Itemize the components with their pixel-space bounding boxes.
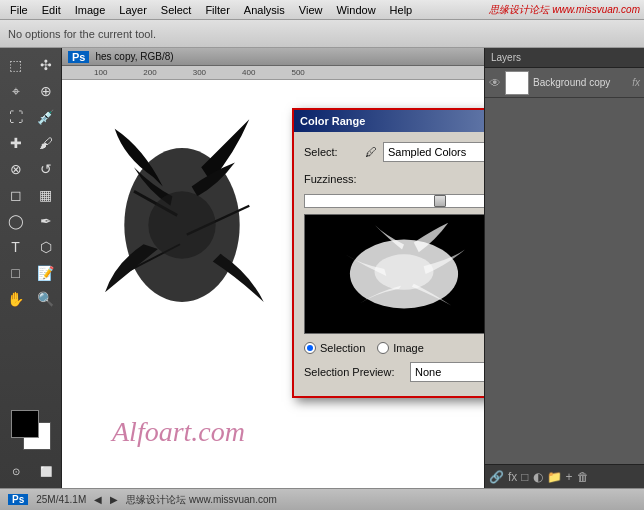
selection-radio-label[interactable]: Selection: [304, 342, 365, 354]
color-range-preview: [304, 214, 484, 334]
select-row: Select: 🖊 Sampled Colors ▼: [304, 142, 484, 162]
tool-marquee[interactable]: ⬚: [3, 53, 29, 77]
tool-lasso[interactable]: ⌖: [3, 79, 29, 103]
select-dropdown[interactable]: Sampled Colors ▼: [383, 142, 484, 162]
tool-eyedropper[interactable]: 💉: [33, 105, 59, 129]
fuzziness-label: Fuzziness:: [304, 173, 359, 185]
canvas-area: Ps hes copy, RGB/8) 100 200 300 400 500: [62, 48, 484, 488]
ink-splash-decoration: [92, 100, 272, 350]
left-tool-panel: ⬚ ✣ ⌖ ⊕ ⛶ 💉 ✚ 🖌 ⊗ ↺ ◻ ▦ ◯ ✒ T ⬡: [0, 48, 62, 488]
status-info: 25M/41.1M: [36, 494, 86, 505]
image-radio[interactable]: [377, 342, 389, 354]
menu-select[interactable]: Select: [155, 3, 198, 17]
tool-text[interactable]: T: [3, 235, 29, 259]
select-value: Sampled Colors: [388, 146, 466, 158]
menu-layer[interactable]: Layer: [113, 3, 153, 17]
svg-point-4: [148, 191, 215, 258]
fuzziness-row: Fuzziness: 100: [304, 170, 484, 188]
selection-preview-value: None: [415, 366, 441, 378]
tool-clone[interactable]: ⊗: [3, 157, 29, 181]
tool-hand[interactable]: ✋: [3, 287, 29, 311]
tool-zoom[interactable]: 🔍: [33, 287, 59, 311]
layers-panel-header: Layers: [485, 48, 644, 68]
menu-file[interactable]: File: [4, 3, 34, 17]
menu-view[interactable]: View: [293, 3, 329, 17]
ruler-100: 100: [76, 68, 125, 77]
dialog-left-section: Select: 🖊 Sampled Colors ▼ Fuzziness: 10…: [304, 142, 484, 386]
image-radio-label[interactable]: Image: [377, 342, 424, 354]
screen-mode-btn[interactable]: ⬜: [33, 459, 59, 483]
ruler-200: 200: [125, 68, 174, 77]
fx-icon[interactable]: fx: [508, 470, 517, 484]
slider-thumb[interactable]: [434, 195, 446, 207]
selection-radio-text: Selection: [320, 342, 365, 354]
delete-layer-icon[interactable]: 🗑: [577, 470, 589, 484]
menu-bar: File Edit Image Layer Select Filter Anal…: [0, 0, 644, 20]
menu-edit[interactable]: Edit: [36, 3, 67, 17]
eyedropper-icon: 🖊: [365, 145, 377, 159]
selection-preview-dropdown[interactable]: None ▼: [410, 362, 484, 382]
tool-shape[interactable]: □: [3, 261, 29, 285]
fuzziness-slider[interactable]: [304, 194, 484, 208]
tool-move[interactable]: ✣: [33, 53, 59, 77]
color-range-dialog[interactable]: Color Range ✕ Select: 🖊 Sampled Colors ▼: [292, 108, 484, 398]
dialog-title: Color Range: [300, 115, 365, 127]
ruler-400: 400: [224, 68, 273, 77]
ps-status-logo: Ps: [8, 494, 28, 505]
svg-point-7: [375, 254, 434, 289]
status-bar: Ps 25M/41.1M ◀ ▶ 思缘设计论坛 www.missvuan.com: [0, 488, 644, 510]
link-icon[interactable]: 🔗: [489, 470, 504, 484]
dialog-title-bar: Color Range ✕: [294, 110, 484, 132]
ruler-300: 300: [175, 68, 224, 77]
select-label: Select:: [304, 146, 359, 158]
menu-analysis[interactable]: Analysis: [238, 3, 291, 17]
dialog-body: Select: 🖊 Sampled Colors ▼ Fuzziness: 10…: [294, 132, 484, 396]
tool-path[interactable]: ⬡: [33, 235, 59, 259]
canvas-ruler-horizontal: 100 200 300 400 500: [62, 66, 484, 80]
layers-bottom-bar: 🔗 fx □ ◐ 📁 + 🗑: [485, 464, 644, 488]
tool-heal[interactable]: ✚: [3, 131, 29, 155]
layer-item[interactable]: 👁 Background copy fx: [485, 68, 644, 98]
right-panel: Layers 👁 Background copy fx 🔗 fx □ ◐ 📁 +…: [484, 48, 644, 488]
status-website: 思缘设计论坛 www.missvuan.com: [126, 493, 277, 507]
foreground-color-swatch[interactable]: [11, 410, 39, 438]
menu-filter[interactable]: Filter: [199, 3, 235, 17]
preview-inner: [305, 215, 484, 333]
selection-preview-label: Selection Preview:: [304, 366, 404, 378]
layers-panel-title: Layers: [491, 52, 521, 63]
layer-name: Background copy: [533, 77, 610, 88]
canvas-title-bar: Ps hes copy, RGB/8): [62, 48, 484, 66]
tool-eraser[interactable]: ◻: [3, 183, 29, 207]
layer-visibility-icon[interactable]: 👁: [489, 76, 501, 90]
watermark-text: Alfoart.com: [112, 416, 245, 448]
quick-mask-btn[interactable]: ⊙: [3, 459, 29, 483]
tool-dodge[interactable]: ◯: [3, 209, 29, 233]
toolbar-options-text: No options for the current tool.: [8, 28, 156, 40]
menu-brand: 思缘设计论坛 www.missvuan.com: [489, 3, 640, 17]
selection-radio[interactable]: [304, 342, 316, 354]
tool-quick-select[interactable]: ⊕: [33, 79, 59, 103]
tool-notes[interactable]: 📝: [33, 261, 59, 285]
tool-crop[interactable]: ⛶: [3, 105, 29, 129]
view-mode-row: Selection Image: [304, 342, 484, 354]
main-area: ⬚ ✣ ⌖ ⊕ ⛶ 💉 ✚ 🖌 ⊗ ↺ ◻ ▦ ◯ ✒ T ⬡: [0, 48, 644, 488]
tool-history-brush[interactable]: ↺: [33, 157, 59, 181]
nav-back-btn[interactable]: ◀: [94, 494, 102, 505]
mask-icon[interactable]: □: [521, 470, 528, 484]
layer-fx-badge: fx: [632, 77, 640, 88]
tool-gradient[interactable]: ▦: [33, 183, 59, 207]
folder-icon[interactable]: 📁: [547, 470, 562, 484]
adjustment-icon[interactable]: ◐: [533, 470, 543, 484]
tool-brush[interactable]: 🖌: [33, 131, 59, 155]
menu-window[interactable]: Window: [330, 3, 381, 17]
ps-logo: Ps: [68, 51, 89, 63]
menu-image[interactable]: Image: [69, 3, 112, 17]
selection-preview-row: Selection Preview: None ▼: [304, 362, 484, 382]
menu-help[interactable]: Help: [384, 3, 419, 17]
canvas-title: hes copy, RGB/8): [95, 51, 173, 62]
ruler-500: 500: [273, 68, 322, 77]
new-layer-icon[interactable]: +: [566, 470, 573, 484]
tool-pen[interactable]: ✒: [33, 209, 59, 233]
nav-forward-btn[interactable]: ▶: [110, 494, 118, 505]
color-swatch[interactable]: [11, 410, 51, 450]
